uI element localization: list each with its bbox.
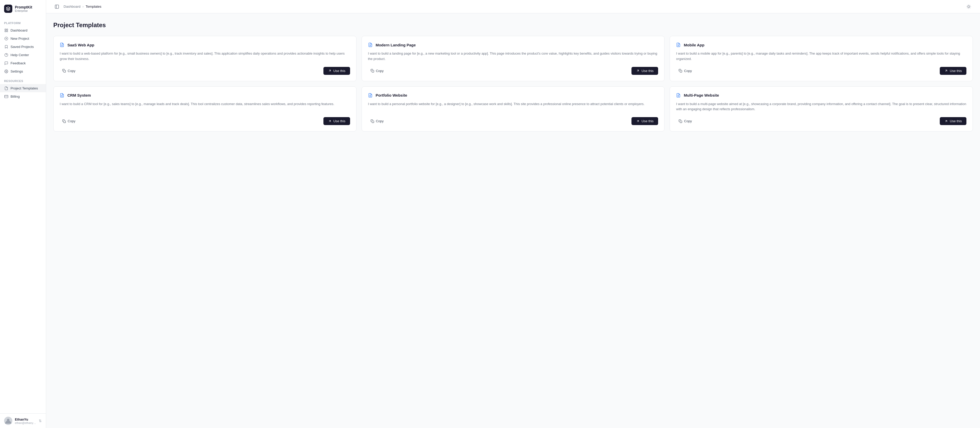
- sidebar: PromptKit Enterprise Platform Dashboard …: [0, 0, 46, 428]
- sidebar-item-project-templates[interactable]: Project Templates: [0, 84, 46, 92]
- settings-icon: [4, 69, 8, 73]
- svg-point-16: [968, 6, 970, 8]
- template-actions: Copy Use this: [368, 117, 659, 125]
- template-card-multi-page-website: Multi-Page Website I want to build a mul…: [670, 86, 973, 132]
- use-button-portfolio-website[interactable]: Use this: [632, 117, 658, 125]
- copy-button-mobile-app[interactable]: Copy: [676, 67, 694, 75]
- svg-rect-33: [680, 70, 682, 72]
- template-file-icon: [676, 42, 681, 48]
- copy-label: Copy: [68, 119, 75, 123]
- svg-rect-39: [372, 121, 374, 123]
- plus-circle-icon: [4, 37, 8, 40]
- avatar: [4, 417, 12, 425]
- use-button-saas-web-app[interactable]: Use this: [323, 67, 350, 75]
- template-description: I want to build a CRM tool for [e.g., sa…: [60, 102, 350, 112]
- svg-rect-42: [680, 121, 682, 123]
- template-header: Multi-Page Website: [676, 93, 966, 98]
- template-header: SaaS Web App: [60, 42, 350, 48]
- app-plan: Enterprise: [15, 9, 32, 12]
- template-description: I want to build a multi-page website aim…: [676, 102, 966, 112]
- sidebar-item-dashboard[interactable]: Dashboard: [0, 26, 46, 34]
- template-title: SaaS Web App: [67, 43, 94, 47]
- breadcrumb-separator: ›: [83, 5, 84, 8]
- bookmark-icon: [4, 45, 8, 49]
- template-actions: Copy Use this: [60, 117, 350, 125]
- svg-rect-10: [4, 95, 8, 98]
- template-header: Portfolio Website: [368, 93, 659, 98]
- template-title: Portfolio Website: [376, 93, 407, 97]
- content-area: Project Templates SaaS Web App I want to…: [46, 13, 980, 428]
- sidebar-item-billing-label: Billing: [11, 95, 20, 99]
- template-file-icon: [368, 42, 373, 48]
- copy-label: Copy: [684, 69, 692, 73]
- sidebar-item-help-center-label: Help Center: [11, 53, 29, 57]
- help-circle-icon: [4, 53, 8, 57]
- template-description: I want to build a landing page for [e.g.…: [368, 51, 659, 62]
- copy-label: Copy: [376, 119, 383, 123]
- template-file-icon: [368, 93, 373, 98]
- sidebar-item-feedback[interactable]: Feedback: [0, 59, 46, 67]
- svg-rect-3: [6, 30, 8, 32]
- theme-toggle-button[interactable]: [965, 3, 973, 11]
- user-profile[interactable]: EthanYu ethan@ethanyu.me ⇅: [0, 414, 46, 428]
- template-title: Modern Landing Page: [376, 43, 416, 47]
- copy-button-saas-web-app[interactable]: Copy: [60, 67, 78, 75]
- copy-button-portfolio-website[interactable]: Copy: [368, 118, 386, 125]
- file-icon: [4, 86, 8, 90]
- template-card-crm-system: CRM System I want to build a CRM tool fo…: [53, 86, 356, 132]
- template-title: Multi-Page Website: [684, 93, 719, 97]
- template-file-icon: [60, 42, 65, 48]
- use-label: Use this: [333, 119, 345, 123]
- use-button-modern-landing-page[interactable]: Use this: [632, 67, 658, 75]
- copy-label: Copy: [376, 69, 383, 73]
- sidebar-item-new-project[interactable]: New Project: [0, 34, 46, 43]
- sidebar-item-billing[interactable]: Billing: [0, 92, 46, 100]
- svg-rect-36: [64, 121, 65, 123]
- template-actions: Copy Use this: [676, 117, 966, 125]
- use-button-crm-system[interactable]: Use this: [323, 117, 350, 125]
- page-title: Project Templates: [53, 22, 973, 29]
- app-logo[interactable]: PromptKit Enterprise: [0, 0, 46, 18]
- use-button-multi-page-website[interactable]: Use this: [940, 117, 966, 125]
- breadcrumb-current: Templates: [86, 5, 102, 8]
- template-description: I want to build a mobile app for [e.g., …: [676, 51, 966, 62]
- credit-card-icon: [4, 94, 8, 99]
- svg-rect-27: [64, 70, 65, 72]
- sidebar-item-settings[interactable]: Settings: [0, 67, 46, 75]
- user-email: ethan@ethanyu.me: [15, 421, 36, 425]
- template-title: Mobile App: [684, 43, 704, 47]
- copy-button-crm-system[interactable]: Copy: [60, 118, 78, 125]
- message-circle-icon: [4, 61, 8, 65]
- use-label: Use this: [641, 69, 654, 73]
- copy-button-multi-page-website[interactable]: Copy: [676, 118, 694, 125]
- sidebar-item-help-center[interactable]: Help Center: [0, 51, 46, 59]
- template-description: I want to build a personal portfolio web…: [368, 102, 659, 112]
- template-description: I want to build a web-based platform for…: [60, 51, 350, 62]
- app-name: PromptKit: [15, 5, 32, 10]
- dashboard-icon: [4, 28, 8, 32]
- templates-grid: SaaS Web App I want to build a web-based…: [53, 36, 973, 132]
- copy-button-modern-landing-page[interactable]: Copy: [368, 67, 386, 75]
- logo-icon: [4, 5, 12, 13]
- template-file-icon: [676, 93, 681, 98]
- copy-label: Copy: [68, 69, 75, 73]
- template-card-modern-landing-page: Modern Landing Page I want to build a la…: [362, 36, 665, 81]
- svg-line-23: [967, 8, 967, 8]
- chevron-up-down-icon: ⇅: [39, 419, 42, 423]
- use-label: Use this: [333, 69, 345, 73]
- use-label: Use this: [950, 119, 962, 123]
- topbar: Dashboard › Templates: [46, 0, 980, 13]
- breadcrumb-dashboard[interactable]: Dashboard: [64, 5, 81, 8]
- svg-rect-30: [372, 70, 374, 72]
- use-button-mobile-app[interactable]: Use this: [940, 67, 966, 75]
- template-actions: Copy Use this: [368, 67, 659, 75]
- template-card-saas-web-app: SaaS Web App I want to build a web-based…: [53, 36, 356, 81]
- svg-rect-0: [5, 29, 6, 30]
- sidebar-item-saved-projects[interactable]: Saved Projects: [0, 43, 46, 51]
- user-name: EthanYu: [15, 417, 36, 421]
- template-card-mobile-app: Mobile App I want to build a mobile app …: [670, 36, 973, 81]
- platform-section-label: Platform: [0, 18, 46, 26]
- sidebar-item-project-templates-label: Project Templates: [11, 86, 38, 90]
- sidebar-toggle-button[interactable]: [53, 3, 60, 10]
- sidebar-item-settings-label: Settings: [11, 70, 23, 73]
